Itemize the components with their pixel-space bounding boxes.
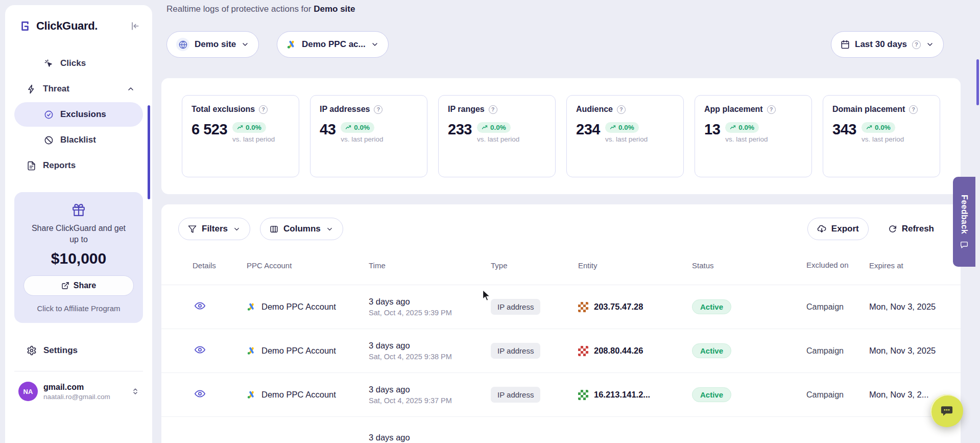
filters-label: Filters bbox=[202, 224, 228, 234]
entity-value: 16.213.141.2... bbox=[594, 390, 650, 400]
columns-label: Columns bbox=[283, 224, 321, 234]
user-account-selector[interactable]: NA gmail.com naatali.ro@gmail.com bbox=[14, 382, 143, 401]
refresh-button[interactable]: Refresh bbox=[878, 218, 944, 240]
feedback-tab[interactable]: Feedback bbox=[953, 177, 975, 267]
stat-ip-ranges: IP ranges 233 0.0% vs. last period bbox=[438, 95, 556, 177]
exclusions-log-card: Filters Columns Export Refresh Details P… bbox=[161, 204, 961, 443]
sidebar-nav: Clicks Threat Exclusions Blacklist bbox=[14, 51, 143, 178]
select-chevrons-icon bbox=[131, 387, 140, 396]
stat-change: 0.0% bbox=[618, 124, 634, 131]
column-header-excluded-on: Excluded on bbox=[806, 260, 850, 270]
column-header-ppc-account: PPC Account bbox=[247, 261, 369, 270]
date-range-dropdown[interactable]: Last 30 days bbox=[831, 31, 944, 58]
sidebar-item-reports[interactable]: Reports bbox=[14, 153, 143, 178]
stat-label: IP ranges bbox=[448, 105, 485, 114]
help-icon[interactable] bbox=[767, 105, 776, 114]
help-icon[interactable] bbox=[489, 105, 497, 114]
help-icon bbox=[912, 40, 921, 49]
sidebar-item-label: Blacklist bbox=[60, 135, 96, 145]
help-icon[interactable] bbox=[909, 105, 918, 114]
entity-value: 203.75.47.28 bbox=[594, 302, 643, 312]
feedback-label: Feedback bbox=[960, 195, 969, 234]
stats-summary-card: Total exclusions 6 523 0.0% vs. last per… bbox=[161, 78, 961, 194]
entity-value: 208.80.44.26 bbox=[594, 346, 643, 356]
stat-change: 0.0% bbox=[875, 124, 891, 131]
ban-icon bbox=[44, 135, 54, 145]
check-circle-icon bbox=[44, 110, 54, 120]
promo-amount: $10,000 bbox=[23, 250, 134, 267]
excluded-on-value: Campaign bbox=[806, 390, 869, 400]
stat-change: 0.0% bbox=[354, 124, 370, 131]
stat-change: 0.0% bbox=[738, 124, 754, 131]
chevron-up-icon[interactable] bbox=[127, 85, 135, 93]
ppc-account-selector-dropdown[interactable]: Demo PPC ac... bbox=[277, 31, 389, 58]
trend-badge: 0.0% bbox=[341, 122, 374, 133]
chat-bubble-icon bbox=[940, 404, 954, 418]
refresh-icon bbox=[888, 225, 897, 234]
time-relative: 3 days ago bbox=[369, 385, 491, 394]
sidebar-collapse-icon[interactable] bbox=[130, 21, 140, 31]
sidebar-scrollbar-thumb[interactable] bbox=[148, 105, 150, 199]
entity-identicon bbox=[578, 302, 588, 312]
affiliate-link[interactable]: Click to Affiliate Program bbox=[23, 304, 134, 313]
ppc-account-name: Demo PPC Account bbox=[261, 346, 336, 356]
stat-app-placement: App placement 13 0.0% vs. last period bbox=[695, 95, 812, 177]
column-header-time: Time bbox=[369, 261, 491, 270]
page-scrollbar-thumb[interactable] bbox=[976, 59, 979, 105]
google-ads-icon bbox=[247, 346, 256, 356]
trend-badge: 0.0% bbox=[725, 122, 759, 133]
chevron-down-icon bbox=[326, 225, 333, 233]
site-selector-dropdown[interactable]: Demo site bbox=[166, 31, 259, 58]
view-details-eye-icon[interactable] bbox=[195, 344, 205, 355]
stat-label: Total exclusions bbox=[192, 105, 255, 114]
columns-icon bbox=[270, 225, 278, 234]
feedback-chat-icon bbox=[960, 241, 968, 249]
calendar-icon bbox=[841, 40, 850, 49]
columns-button[interactable]: Columns bbox=[260, 218, 343, 240]
sidebar-item-label: Reports bbox=[43, 160, 76, 171]
affiliate-promo-card[interactable]: Share ClickGuard and get up to $10,000 S… bbox=[14, 192, 143, 323]
help-icon[interactable] bbox=[374, 105, 383, 114]
entity-identicon bbox=[578, 390, 588, 400]
sidebar-item-threat[interactable]: Threat bbox=[14, 77, 143, 101]
share-button[interactable]: Share bbox=[23, 275, 134, 296]
column-header-status: Status bbox=[692, 261, 806, 270]
type-badge: IP address bbox=[491, 343, 540, 359]
export-button[interactable]: Export bbox=[807, 218, 869, 240]
stat-label: IP addresses bbox=[320, 105, 370, 114]
time-relative: 3 days ago bbox=[369, 297, 491, 307]
help-icon[interactable] bbox=[617, 105, 626, 114]
external-link-icon bbox=[61, 282, 69, 290]
sidebar-item-clicks[interactable]: Clicks bbox=[14, 51, 143, 76]
promo-text: Share ClickGuard and get up to bbox=[23, 223, 134, 245]
sidebar-item-blacklist[interactable]: Blacklist bbox=[14, 128, 143, 152]
stat-value: 343 bbox=[832, 122, 856, 137]
help-icon[interactable] bbox=[259, 105, 268, 114]
cursor-click-icon bbox=[44, 59, 54, 68]
table-row: Demo PPC Account 3 days agoSat, Oct 4, 2… bbox=[161, 285, 961, 329]
trend-badge: 0.0% bbox=[605, 122, 639, 133]
ppc-account-selector-value: Demo PPC ac... bbox=[302, 39, 366, 50]
document-icon bbox=[27, 161, 36, 171]
table-row: Demo PPC Account 3 days agoSat, Oct 4, 2… bbox=[161, 329, 961, 373]
user-email: naatali.ro@gmail.com bbox=[43, 393, 110, 401]
sidebar-item-exclusions[interactable]: Exclusions bbox=[14, 102, 143, 127]
view-details-eye-icon[interactable] bbox=[195, 300, 205, 311]
stat-total-exclusions: Total exclusions 6 523 0.0% vs. last per… bbox=[182, 95, 299, 177]
view-details-eye-icon[interactable] bbox=[195, 388, 205, 399]
stat-value: 233 bbox=[448, 122, 472, 137]
gift-icon bbox=[72, 203, 85, 217]
filters-button[interactable]: Filters bbox=[178, 218, 250, 240]
sidebar-item-settings[interactable]: Settings bbox=[14, 345, 143, 356]
status-badge: Active bbox=[692, 387, 731, 402]
column-header-type: Type bbox=[491, 261, 578, 270]
time-relative: 3 days ago bbox=[369, 433, 491, 442]
refresh-label: Refresh bbox=[902, 224, 934, 234]
clickguard-logo-icon bbox=[18, 19, 32, 33]
chat-launcher-button[interactable] bbox=[930, 394, 963, 427]
share-button-label: Share bbox=[74, 281, 96, 290]
time-relative: 3 days ago bbox=[369, 341, 491, 351]
stat-value: 6 523 bbox=[192, 122, 227, 137]
excluded-on-value: Campaign bbox=[806, 346, 869, 356]
sidebar: ClickGuard. Clicks Threat Exclusions bbox=[5, 5, 152, 443]
